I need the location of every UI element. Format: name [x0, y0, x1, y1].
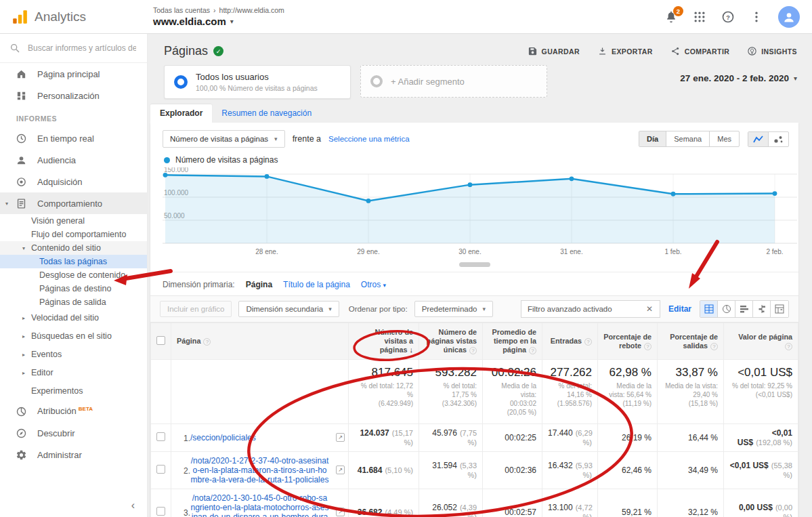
- motion-chart-view-button[interactable]: [769, 132, 788, 146]
- column-header-avg-time[interactable]: Promedio de tiempo en la página?: [483, 323, 542, 360]
- dimension-page-title[interactable]: Título de la página: [283, 280, 350, 289]
- tab-resumen-navegacion[interactable]: Resumen de navegación: [212, 104, 321, 123]
- sidebar-item-attribution[interactable]: AtribuciónBETA: [0, 400, 147, 422]
- edit-filter-link[interactable]: Editar: [668, 304, 691, 314]
- help-button[interactable]: ?: [721, 10, 735, 24]
- sidebar-item-behavior[interactable]: ▾ Comportamiento: [0, 192, 147, 214]
- column-header-unique-views[interactable]: Número de páginas vistas únicas?: [419, 323, 483, 360]
- pivot-view-button[interactable]: [771, 301, 788, 317]
- segment-row: Todos los usuarios 100,00 % Número de vi…: [148, 64, 812, 99]
- external-link-icon[interactable]: ↗: [336, 433, 345, 442]
- plot-rows-button[interactable]: Incluir en gráfico: [160, 301, 232, 317]
- sidebar-item-publisher[interactable]: ▸Editor: [0, 364, 147, 382]
- external-link-icon[interactable]: ↗: [336, 508, 345, 516]
- chart-range-track: [163, 262, 786, 269]
- pageviews-line-chart[interactable]: 50.000100.000150.00028 ene.29 ene.30 ene…: [150, 166, 798, 262]
- column-header-exit[interactable]: Porcentaje de salidas?: [658, 323, 724, 360]
- dimension-page[interactable]: Página: [246, 280, 272, 289]
- help-icon: ?: [584, 338, 592, 346]
- analytics-logo[interactable]: Analytics: [0, 8, 148, 26]
- granularity-month-button[interactable]: Mes: [710, 131, 739, 146]
- page-link[interactable]: /seccion/policiales: [190, 433, 256, 442]
- sidebar-item-discover[interactable]: Descubrir: [0, 422, 147, 444]
- column-header-page[interactable]: Página?: [171, 323, 349, 360]
- metric-selector[interactable]: Número de visitas a páginas ▾: [163, 130, 285, 148]
- svg-text:150.000: 150.000: [164, 167, 189, 173]
- percentage-view-button[interactable]: [718, 301, 735, 317]
- sidebar-item-events[interactable]: ▸Eventos: [0, 346, 147, 364]
- search-input[interactable]: [28, 43, 136, 53]
- sidebar-item-admin[interactable]: Administrar: [0, 444, 147, 466]
- row-checkbox[interactable]: [156, 465, 165, 474]
- sidebar-item-behavior-overview[interactable]: Visión general: [0, 214, 147, 228]
- page-link[interactable]: /nota/2020-1-27-2-37-40-otro-asesinato-e…: [190, 456, 329, 484]
- row-checkbox[interactable]: [156, 432, 165, 441]
- line-chart-view-button[interactable]: [748, 132, 769, 146]
- tab-explorador[interactable]: Explorador: [150, 104, 212, 123]
- sidebar-item-content-drilldown[interactable]: Desglose de contenido: [0, 268, 147, 282]
- breadcrumb: Todas las cuentas › http://www.eldia.com: [153, 6, 664, 14]
- sidebar-item-behavior-flow[interactable]: Flujo del comportamiento: [0, 228, 147, 241]
- sidebar-item-audience[interactable]: Audiencia: [0, 149, 147, 171]
- sort-type-label: Ordenar por tipo:: [349, 305, 408, 313]
- share-button[interactable]: COMPARTIR: [670, 46, 729, 56]
- user-icon: [782, 10, 796, 24]
- primary-dimension-bar: Dimensión primaria: Página Título de la …: [150, 272, 798, 295]
- sidebar-item-site-search[interactable]: ▸Búsquedas en el sitio: [0, 327, 147, 346]
- app-name: Analytics: [35, 9, 86, 24]
- chart-range-handle[interactable]: [459, 262, 490, 267]
- sidebar-item-realtime[interactable]: En tiempo real: [0, 127, 147, 149]
- segment-all-users[interactable]: Todos los usuarios 100,00 % Número de vi…: [164, 65, 351, 99]
- sidebar-item-customization[interactable]: Personalización: [0, 85, 147, 106]
- sort-type-selector[interactable]: Predeterminado▾: [414, 301, 493, 317]
- chevron-right-icon: ▸: [22, 350, 25, 360]
- dimension-others[interactable]: Otros ▾: [361, 280, 386, 289]
- sidebar-item-site-content[interactable]: ▾Contenido del sitio: [0, 241, 147, 255]
- column-header-bounce[interactable]: Porcentaje de rebote?: [598, 323, 658, 360]
- sidebar-item-site-speed[interactable]: ▸Velocidad del sitio: [0, 309, 147, 327]
- person-icon: [16, 154, 27, 166]
- save-button[interactable]: GUARDAR: [528, 46, 580, 56]
- sidebar-item-landing-pages[interactable]: Páginas de destino: [0, 282, 147, 295]
- advanced-filter-chip[interactable]: Filtro avanzado activado ✕: [521, 300, 660, 318]
- collapse-sidebar-button[interactable]: ‹: [131, 499, 135, 512]
- column-header-value[interactable]: Valor de página?: [724, 323, 798, 360]
- add-segment-button[interactable]: + Añadir segmento: [360, 65, 547, 98]
- column-header-views[interactable]: Número de visitas a páginas↓: [349, 323, 419, 360]
- notifications-button[interactable]: 2: [664, 10, 678, 24]
- svg-text:30 ene.: 30 ene.: [458, 248, 481, 255]
- sidebar-item-home[interactable]: Página principal: [0, 63, 147, 85]
- clear-filter-icon[interactable]: ✕: [645, 304, 654, 314]
- avg-time: 00:02:26: [488, 366, 536, 379]
- comparison-view-button[interactable]: [753, 301, 771, 317]
- sidebar-search[interactable]: [0, 34, 147, 63]
- more-menu-button[interactable]: [750, 10, 763, 24]
- select-metric-link[interactable]: Seleccione una métrica: [328, 135, 410, 143]
- sidebar-item-exit-pages[interactable]: Páginas de salida: [0, 295, 147, 309]
- granularity-day-button[interactable]: Día: [639, 131, 666, 146]
- column-header-entrances[interactable]: Entradas?: [542, 323, 598, 360]
- row-checkbox[interactable]: [156, 507, 165, 516]
- sidebar-item-experiments[interactable]: Experimentos: [0, 382, 147, 400]
- property-selector[interactable]: www.eldia.com ▾: [153, 16, 664, 27]
- export-button[interactable]: EXPORTAR: [597, 46, 653, 56]
- external-link-icon[interactable]: ↗: [336, 466, 345, 474]
- insights-button[interactable]: INSIGHTS: [747, 46, 797, 56]
- data-view-button[interactable]: [700, 301, 718, 317]
- sidebar-item-acquisition[interactable]: Adquisición: [0, 171, 147, 192]
- date-range-selector[interactable]: 27 ene. 2020 - 2 feb. 2020 ▾: [680, 65, 797, 83]
- bubbles-icon: [773, 135, 784, 144]
- svg-text:1 feb.: 1 feb.: [664, 248, 681, 255]
- granularity-week-button[interactable]: Semana: [666, 131, 710, 146]
- performance-view-button[interactable]: [735, 301, 753, 317]
- bounce-rate: 62,98 %: [603, 366, 651, 379]
- sidebar-item-all-pages[interactable]: Todas las páginas: [0, 255, 147, 268]
- granularity-group: Día Semana Mes: [639, 131, 740, 147]
- avatar[interactable]: [778, 6, 800, 28]
- pages-table: Página? Número de visitas a páginas↓ Núm…: [150, 323, 798, 517]
- select-all-checkbox[interactable]: [156, 336, 165, 345]
- legend-dot-icon: [164, 157, 170, 163]
- secondary-dimension-button[interactable]: Dimensión secundaria▾: [238, 301, 339, 317]
- apps-grid-button[interactable]: [693, 10, 706, 24]
- page-link[interactable]: /nota/2020-1-30-10-45-0-otro-robo-sangri…: [190, 493, 329, 517]
